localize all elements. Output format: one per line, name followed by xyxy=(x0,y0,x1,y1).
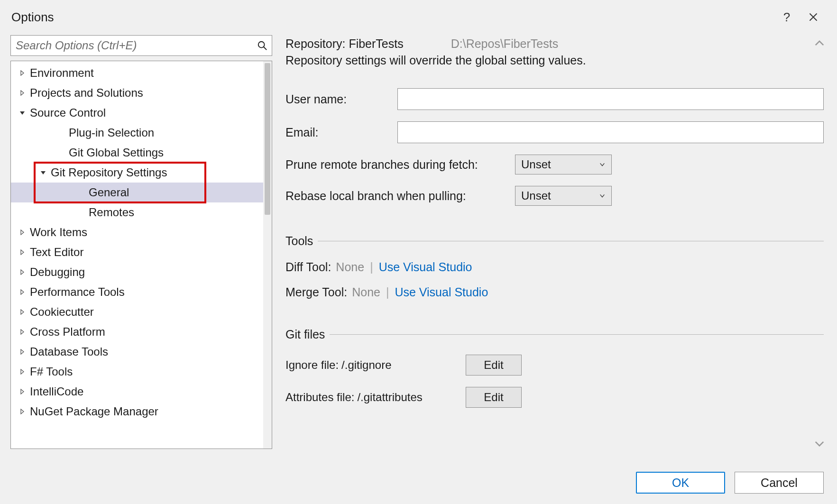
tree-arrow-right-icon xyxy=(18,269,27,275)
left-column: EnvironmentProjects and SolutionsSource … xyxy=(10,35,272,449)
search-input[interactable] xyxy=(10,35,272,56)
close-icon xyxy=(809,12,818,22)
rebase-value: Unset xyxy=(521,189,606,202)
help-button[interactable]: ? xyxy=(773,7,800,27)
tree-arrow-right-icon xyxy=(18,289,27,295)
tree-item[interactable]: Cross Platform xyxy=(11,322,263,342)
prune-dropdown[interactable]: Unset xyxy=(515,155,612,174)
repo-subtext: Repository settings will override the gl… xyxy=(285,54,824,67)
tree-item-label: Projects and Solutions xyxy=(30,86,143,100)
attrs-file-label: Attributes file: xyxy=(285,391,354,404)
tree-item[interactable]: Source Control xyxy=(11,103,263,123)
tree-item-label: General xyxy=(89,186,129,199)
tree-item-label: Git Global Settings xyxy=(69,146,164,159)
email-label: Email: xyxy=(285,126,397,139)
tree-scrollbar-thumb[interactable] xyxy=(265,63,270,215)
diff-use-vs-link[interactable]: Use Visual Studio xyxy=(379,260,472,274)
attrs-file-name: /.gitattributes xyxy=(357,391,422,404)
ok-button-label: OK xyxy=(672,476,689,490)
tree-item[interactable]: Work Items xyxy=(11,222,263,242)
search-icon xyxy=(257,40,267,51)
tree-arrow-right-icon xyxy=(18,349,27,355)
row-rebase: Rebase local branch when pulling: Unset xyxy=(285,186,824,206)
pipe-divider: | xyxy=(370,260,373,274)
repo-path: D:\Repos\FiberTests xyxy=(451,37,558,51)
tree-item-label: Work Items xyxy=(30,226,87,239)
pipe-divider: | xyxy=(386,285,389,299)
tree-item-label: Plug-in Selection xyxy=(69,126,154,139)
options-dialog: Options ? EnvironmentProjects and Soluti… xyxy=(0,0,837,504)
tree-arrow-right-icon xyxy=(18,389,27,394)
merge-use-vs-link[interactable]: Use Visual Studio xyxy=(395,285,488,299)
merge-tool-value: None xyxy=(352,285,380,299)
tree-item[interactable]: Projects and Solutions xyxy=(11,83,263,103)
content-area: EnvironmentProjects and SolutionsSource … xyxy=(10,31,827,449)
scroll-down-icon[interactable] xyxy=(814,439,825,449)
tree-item[interactable]: General xyxy=(11,183,263,202)
rebase-dropdown[interactable]: Unset xyxy=(515,186,612,206)
options-tree[interactable]: EnvironmentProjects and SolutionsSource … xyxy=(10,61,272,449)
row-username: User name: xyxy=(285,88,824,110)
tree-arrow-right-icon xyxy=(18,229,27,235)
tree-item[interactable]: NuGet Package Manager xyxy=(11,402,263,422)
tree-item[interactable]: Database Tools xyxy=(11,342,263,362)
tree-arrow-right-icon xyxy=(18,70,27,76)
tree-item-label: Debugging xyxy=(30,266,85,279)
cancel-button[interactable]: Cancel xyxy=(735,472,824,494)
divider-line xyxy=(318,241,824,241)
tree-item-label: Performance Tools xyxy=(30,285,125,299)
attrs-file-row: Attributes file: /.gitattributes Edit xyxy=(285,387,824,408)
tree-item[interactable]: IntelliCode xyxy=(11,382,263,402)
tree-arrow-right-icon xyxy=(18,329,27,335)
svg-line-1 xyxy=(264,47,267,50)
tree-item[interactable]: Remotes xyxy=(11,202,263,222)
tree-item-label: Text Editor xyxy=(30,246,83,259)
tree-item[interactable]: F# Tools xyxy=(11,362,263,382)
repo-label: Repository: FiberTests xyxy=(285,37,404,51)
diff-tool-value: None xyxy=(336,260,364,274)
tree-item[interactable]: Plug-in Selection xyxy=(11,123,263,143)
attrs-edit-button[interactable]: Edit xyxy=(466,387,522,408)
prune-value: Unset xyxy=(521,158,606,171)
tree-scrollbar[interactable] xyxy=(263,61,272,449)
prune-label: Prune remote branches during fetch: xyxy=(285,158,515,172)
tree-item[interactable]: Git Repository Settings xyxy=(11,163,263,183)
tree-item-label: Cross Platform xyxy=(30,325,105,339)
tree-item-label: NuGet Package Manager xyxy=(30,405,158,418)
tree-arrow-down-icon xyxy=(38,170,48,175)
username-field[interactable] xyxy=(397,88,824,110)
tree-item-label: Remotes xyxy=(89,206,134,219)
tools-header: Tools xyxy=(285,234,824,248)
gitfiles-header: Git files xyxy=(285,328,824,341)
chevron-down-icon xyxy=(599,192,606,199)
tree-item[interactable]: Environment xyxy=(11,63,263,83)
tree-item-label: Database Tools xyxy=(30,345,108,358)
merge-tool-label: Merge Tool: xyxy=(285,285,347,299)
email-field[interactable] xyxy=(397,121,824,143)
tree-item[interactable]: Git Global Settings xyxy=(11,143,263,163)
svg-point-0 xyxy=(258,42,265,48)
tree-item-label: Environment xyxy=(30,66,94,80)
repo-header: Repository: FiberTests D:\Repos\FiberTes… xyxy=(285,37,824,51)
dialog-title: Options xyxy=(11,10,773,25)
edit-button-label: Edit xyxy=(484,358,503,372)
chevron-down-icon xyxy=(599,161,606,168)
tree-arrow-right-icon xyxy=(18,90,27,96)
help-icon: ? xyxy=(783,10,790,25)
tree-item-label: Cookiecutter xyxy=(30,305,94,319)
close-button[interactable] xyxy=(800,7,827,27)
tree-item[interactable]: Performance Tools xyxy=(11,282,263,302)
tree-arrow-right-icon xyxy=(18,369,27,375)
ignore-file-row: Ignore file: /.gitignore Edit xyxy=(285,355,824,376)
ignore-file-name: /.gitignore xyxy=(341,358,391,372)
collapse-up-icon[interactable] xyxy=(814,38,825,48)
ignore-edit-button[interactable]: Edit xyxy=(466,355,522,376)
edit-button-label: Edit xyxy=(484,391,503,404)
tree-item[interactable]: Text Editor xyxy=(11,242,263,262)
tree-item[interactable]: Cookiecutter xyxy=(11,302,263,322)
ok-button[interactable]: OK xyxy=(636,472,725,494)
row-prune: Prune remote branches during fetch: Unse… xyxy=(285,155,824,174)
tree-item[interactable]: Debugging xyxy=(11,262,263,282)
tools-header-label: Tools xyxy=(285,234,313,248)
tree-arrow-down-icon xyxy=(18,110,27,116)
